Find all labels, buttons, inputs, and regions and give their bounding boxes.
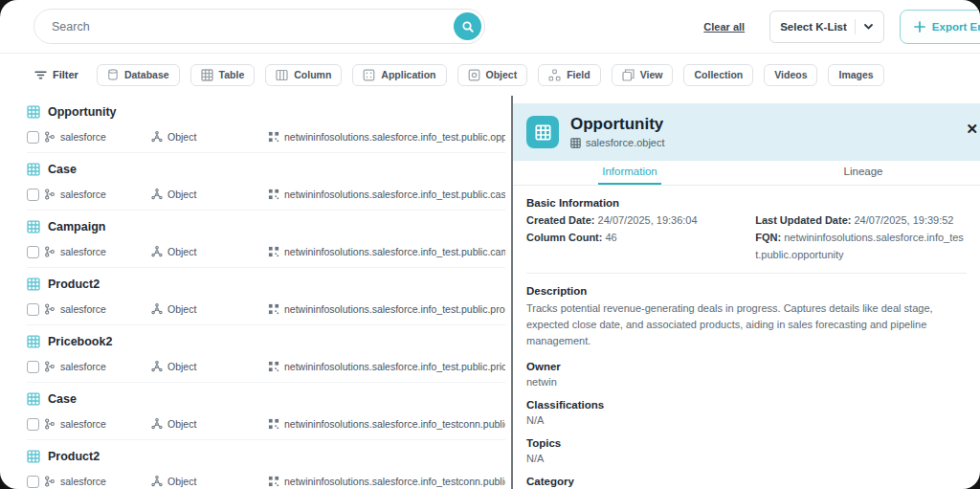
- chevron-down-icon: [863, 23, 874, 31]
- item-title[interactable]: Campaign: [48, 220, 105, 233]
- item-checkbox[interactable]: [27, 476, 39, 488]
- description-section: Description Tracks potential revenue-gen…: [526, 285, 967, 349]
- item-source: salesforce: [44, 131, 151, 143]
- chip-videos[interactable]: Videos: [764, 64, 817, 86]
- item-checkbox[interactable]: [27, 246, 39, 258]
- chip-view[interactable]: View: [612, 64, 674, 86]
- fqn-label: FQN:: [755, 232, 781, 243]
- qr-code-icon: [268, 303, 279, 315]
- updated-date-row: Last Updated Date: 24/07/2025, 19:39:52: [755, 211, 967, 229]
- table-icon: [27, 450, 40, 463]
- top-bar: Clear all Select K-List Export Entities: [0, 0, 980, 54]
- export-entities-button[interactable]: Export Entities: [900, 10, 980, 44]
- content-area: Opportunity salesforce Object: [0, 96, 980, 489]
- updated-date-label: Last Updated Date:: [755, 214, 851, 226]
- object-type-icon: [151, 361, 163, 372]
- detail-subtitle-row: salesforce.object: [570, 137, 665, 148]
- classifications-value: N/A: [526, 414, 967, 426]
- item-title[interactable]: Pricebook2: [48, 335, 112, 348]
- item-title[interactable]: Case: [48, 163, 77, 176]
- section-divider: [526, 273, 967, 274]
- list-item[interactable]: Opportunity salesforce Object: [0, 96, 511, 153]
- item-checkbox[interactable]: [27, 418, 39, 431]
- object-type-icon: [151, 476, 163, 487]
- item-checkbox[interactable]: [27, 361, 39, 373]
- hierarchy-icon: [44, 131, 56, 143]
- chip-label: Table: [219, 69, 245, 80]
- item-checkbox[interactable]: [27, 189, 39, 201]
- item-checkbox[interactable]: [27, 303, 39, 316]
- object-type-icon: [151, 303, 163, 315]
- tab-information-label: Information: [598, 166, 661, 185]
- item-type: Object: [151, 418, 268, 430]
- list-item[interactable]: Product2 salesforce Object net: [0, 268, 511, 325]
- object-type-icon: [151, 418, 163, 430]
- database-icon: [107, 69, 119, 80]
- list-item[interactable]: Case salesforce Object netwini: [0, 153, 511, 211]
- chip-label: Field: [567, 69, 590, 80]
- item-type: Object: [151, 189, 268, 200]
- chip-label: View: [640, 69, 663, 80]
- list-item[interactable]: Pricebook2 salesforce Object n: [0, 325, 511, 383]
- search-input[interactable]: [52, 20, 434, 33]
- topics-section: Topics N/A: [526, 437, 967, 464]
- created-date-label: Created Date:: [526, 214, 595, 226]
- select-k-list-dropdown[interactable]: Select K-List: [769, 11, 884, 43]
- item-source: salesforce: [44, 476, 151, 487]
- item-title[interactable]: Product2: [48, 278, 100, 291]
- chip-images[interactable]: Images: [828, 64, 883, 86]
- hierarchy-icon: [44, 476, 56, 487]
- item-title[interactable]: Product2: [48, 450, 100, 463]
- view-icon: [622, 69, 635, 81]
- item-fqn: netwininfosolutions.salesforce.info_test…: [268, 131, 505, 143]
- owner-heading: Owner: [526, 361, 967, 372]
- chip-table[interactable]: Table: [190, 64, 256, 86]
- item-type: Object: [151, 303, 268, 315]
- chip-database[interactable]: Database: [97, 64, 180, 86]
- tab-information[interactable]: Information: [513, 161, 746, 185]
- clear-all-link[interactable]: Clear all: [703, 21, 745, 33]
- search-icon: [461, 20, 475, 33]
- chip-label: Database: [124, 69, 169, 80]
- item-source: salesforce: [44, 189, 151, 200]
- chip-application[interactable]: Application: [352, 64, 446, 86]
- search-button[interactable]: [454, 12, 481, 40]
- chip-label: Images: [838, 69, 873, 80]
- created-date-value: 24/07/2025, 19:36:04: [598, 214, 698, 226]
- list-item[interactable]: Case salesforce Object netwini: [0, 383, 511, 440]
- tab-lineage[interactable]: Lineage: [746, 161, 980, 185]
- application-icon: [363, 69, 375, 81]
- hierarchy-icon: [44, 189, 56, 200]
- description-text: Tracks potential revenue-generating deal…: [526, 300, 967, 349]
- hierarchy-icon: [44, 418, 56, 430]
- filter-label: Filter: [53, 69, 78, 80]
- qr-code-icon: [268, 476, 279, 487]
- close-panel-button[interactable]: ✕: [966, 121, 978, 138]
- item-checkbox[interactable]: [27, 131, 39, 144]
- list-item[interactable]: Product2 salesforce Object net: [0, 440, 511, 489]
- item-title[interactable]: Opportunity: [48, 105, 117, 119]
- fqn-row: FQN: netwininfosolutions.salesforce.info…: [755, 229, 967, 263]
- item-title[interactable]: Case: [48, 392, 77, 406]
- item-type: Object: [151, 131, 268, 143]
- chip-label: Application: [381, 69, 435, 80]
- updated-date-value: 24/07/2025, 19:39:52: [855, 214, 954, 226]
- chip-collection[interactable]: Collection: [683, 64, 753, 86]
- chip-column[interactable]: Column: [265, 64, 342, 86]
- qr-code-icon: [268, 131, 279, 143]
- filter-toggle[interactable]: Filter: [34, 69, 78, 80]
- list-item[interactable]: Campaign salesforce Object net: [0, 211, 511, 268]
- item-fqn: netwininfosolutions.salesforce.info_test…: [268, 303, 505, 315]
- chip-label: Object: [486, 69, 518, 80]
- chip-field[interactable]: Field: [538, 64, 601, 86]
- column-count-value: 46: [606, 232, 617, 243]
- item-fqn: netwininfosolutions.salesforce.info_test…: [268, 246, 505, 257]
- item-type: Object: [151, 246, 268, 257]
- chip-object[interactable]: Object: [457, 64, 528, 86]
- classifications-section: Classifications N/A: [526, 399, 967, 426]
- object-type-icon: [151, 189, 163, 200]
- detail-panel: Opportunity salesforce.object ✕ Informat…: [511, 96, 980, 489]
- detail-panel-header: Opportunity salesforce.object ✕: [513, 103, 980, 161]
- created-date-row: Created Date: 24/07/2025, 19:36:04: [526, 211, 755, 229]
- table-icon: [27, 163, 40, 176]
